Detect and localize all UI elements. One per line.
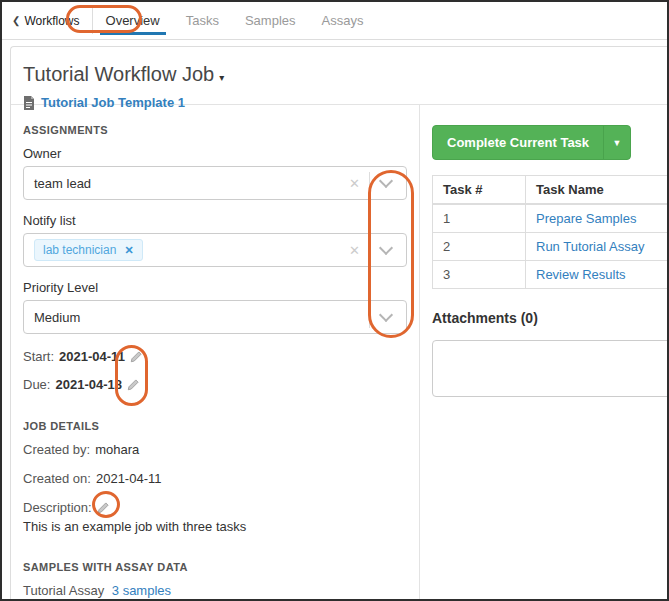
task-number-header: Task # <box>433 176 526 205</box>
owner-label: Owner <box>23 146 407 161</box>
created-on-row: Created on: 2021-04-11 <box>23 471 407 487</box>
description-edit-pencil-icon[interactable] <box>96 501 110 515</box>
notify-tag: lab technician ✕ <box>34 239 143 261</box>
table-row: 3 Review Results <box>433 261 669 289</box>
samples-count-link[interactable]: 3 samples <box>112 583 171 598</box>
notify-list-select[interactable]: lab technician ✕ ✕ <box>23 233 407 267</box>
priority-chevron-down-icon[interactable] <box>379 308 393 322</box>
tab-assays[interactable]: Assays <box>309 2 377 39</box>
owner-select[interactable]: team lead ✕ <box>23 166 407 200</box>
priority-select-value: Medium <box>34 310 369 325</box>
attachments-dropzone[interactable] <box>432 340 669 397</box>
main-panel: Tutorial Workflow Job ▾ Tutorial Job Tem… <box>10 46 667 601</box>
owner-clear-icon[interactable]: ✕ <box>349 176 360 191</box>
task-number: 3 <box>433 261 526 289</box>
panel-body: ASSIGNMENTS Owner team lead ✕ Notify lis… <box>11 104 667 601</box>
notify-chevron-down-icon[interactable] <box>379 241 393 255</box>
table-row: 1 Prepare Samples <box>433 204 669 233</box>
notify-clear-icon[interactable]: ✕ <box>349 243 360 258</box>
start-date-edit-pencil-icon[interactable] <box>129 350 143 364</box>
samples-section-label: SAMPLES WITH ASSAY DATA <box>23 561 407 573</box>
select-divider <box>369 306 370 328</box>
title-caret-icon[interactable]: ▾ <box>219 72 224 83</box>
select-divider <box>369 172 370 194</box>
assignments-column: ASSIGNMENTS Owner team lead ✕ Notify lis… <box>11 105 420 601</box>
description-row: Description: <box>23 500 407 516</box>
task-number: 1 <box>433 204 526 233</box>
due-date-edit-pencil-icon[interactable] <box>126 378 140 392</box>
created-on-label: Created on: <box>23 471 91 487</box>
job-details-section-label: JOB DETAILS <box>23 420 407 432</box>
complete-task-dropdown-toggle[interactable]: ▼ <box>603 126 630 159</box>
task-link-run-tutorial-assay[interactable]: Run Tutorial Assay <box>536 239 644 254</box>
complete-current-task-button[interactable]: Complete Current Task ▼ <box>432 125 631 160</box>
caret-down-icon: ▼ <box>613 138 622 148</box>
attachments-heading: Attachments (0) <box>432 310 667 326</box>
created-by-row: Created by: mohara <box>23 442 407 458</box>
task-number: 2 <box>433 233 526 261</box>
page-title-text: Tutorial Workflow Job <box>23 63 214 86</box>
tab-samples[interactable]: Samples <box>232 2 309 39</box>
assay-name: Tutorial Assay <box>23 583 104 598</box>
start-date-label: Start: <box>23 347 54 366</box>
created-by-label: Created by: <box>23 442 90 458</box>
tab-tasks[interactable]: Tasks <box>173 2 232 39</box>
page-title: Tutorial Workflow Job ▾ <box>23 63 667 86</box>
description-label: Description: <box>23 500 92 516</box>
task-table: Task # Task Name 1 Prepare Samples 2 Run… <box>432 175 669 289</box>
notify-list-label: Notify list <box>23 213 407 228</box>
tab-overview[interactable]: Overview <box>93 2 173 39</box>
start-date-row: Start: 2021-04-11 <box>23 347 407 366</box>
complete-current-task-label[interactable]: Complete Current Task <box>433 126 603 159</box>
owner-select-value: team lead <box>34 176 349 191</box>
description-text: This is an example job with three tasks <box>23 518 407 536</box>
due-date-value: 2021-04-18 <box>55 375 122 394</box>
task-link-prepare-samples[interactable]: Prepare Samples <box>536 211 636 226</box>
workflows-back-label: Workflows <box>24 14 79 28</box>
priority-select[interactable]: Medium <box>23 300 407 334</box>
panel-header: Tutorial Workflow Job ▾ Tutorial Job Tem… <box>11 47 667 104</box>
chevron-left-icon: ❮ <box>12 16 20 26</box>
workflows-back-link[interactable]: ❮ Workflows <box>10 2 92 39</box>
tasks-column: Complete Current Task ▼ Task # Task Name <box>420 105 667 601</box>
notify-tag-label: lab technician <box>43 243 116 257</box>
notify-select-values: lab technician ✕ <box>34 239 349 261</box>
due-date-row: Due: 2021-04-18 <box>23 375 407 394</box>
start-date-value: 2021-04-11 <box>59 347 125 366</box>
samples-row: Tutorial Assay 3 samples <box>23 583 407 598</box>
task-link-review-results[interactable]: Review Results <box>536 267 626 282</box>
select-divider <box>369 239 370 261</box>
assignments-section-label: ASSIGNMENTS <box>23 124 407 136</box>
task-table-header-row: Task # Task Name <box>433 176 669 205</box>
task-name-header: Task Name <box>526 176 669 205</box>
due-date-label: Due: <box>23 375 50 394</box>
created-on-value: 2021-04-11 <box>96 471 162 487</box>
tab-bar: ❮ Workflows Overview Tasks Samples Assay… <box>2 2 667 40</box>
app-window: ❮ Workflows Overview Tasks Samples Assay… <box>0 0 669 601</box>
priority-label: Priority Level <box>23 280 407 295</box>
notify-tag-remove-icon[interactable]: ✕ <box>124 244 133 257</box>
owner-chevron-down-icon[interactable] <box>379 174 393 188</box>
created-by-value: mohara <box>95 442 139 458</box>
table-row: 2 Run Tutorial Assay <box>433 233 669 261</box>
